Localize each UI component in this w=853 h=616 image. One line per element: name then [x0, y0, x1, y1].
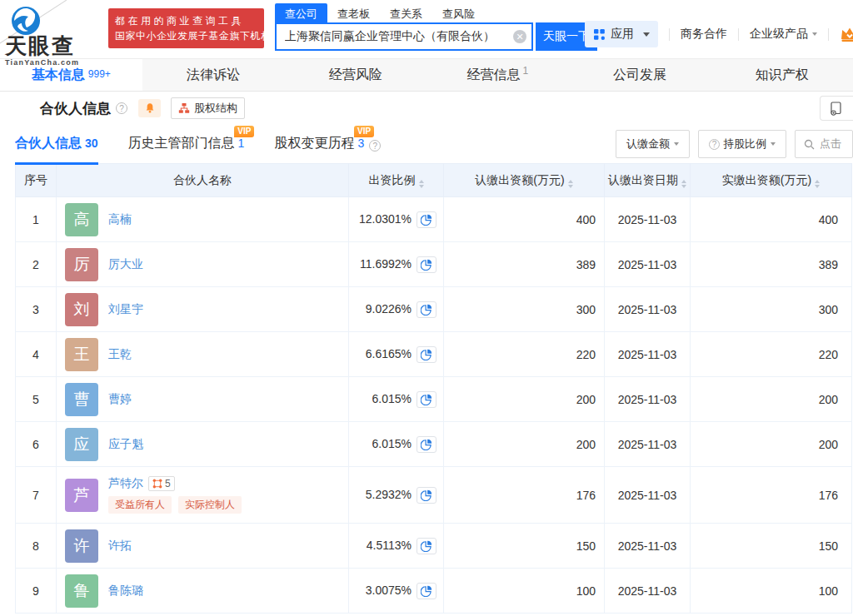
promo-banner: 都在用的商业查询工具 国家中小企业发展子基金旗下机构	[108, 8, 264, 48]
column-label: 出资比例	[369, 173, 416, 186]
ratio-value: 6.015%	[372, 436, 412, 450]
divider	[828, 28, 829, 41]
partner-name-link[interactable]: 刘星宇	[108, 302, 143, 317]
tab-经营风险[interactable]: 经营风险	[284, 59, 426, 91]
help-icon[interactable]	[369, 140, 381, 152]
sort-icon[interactable]	[815, 180, 820, 188]
ratio-value: 5.2932%	[366, 487, 412, 500]
paid-amount-cell: 220	[691, 332, 852, 377]
ratio-pie-button[interactable]	[417, 346, 436, 363]
partners-table: 序号合伙人名称出资比例认缴出资额(万元)认缴出资日期实缴出资额(万元) 1高高楠…	[15, 163, 852, 614]
tab-法律诉讼[interactable]: 法律诉讼	[142, 59, 285, 91]
subscribed-amount-filter[interactable]: 认缴金额	[616, 130, 690, 158]
column-出资比例[interactable]: 出资比例	[349, 164, 444, 197]
table-search-box[interactable]: 点击	[795, 130, 853, 158]
partner-name-cell: 许许拓	[57, 524, 349, 569]
search-tab-查公司[interactable]: 查公司	[275, 3, 327, 22]
subtab-合伙人信息[interactable]: 合伙人信息30	[15, 135, 98, 165]
search-tab-查风险[interactable]: 查风险	[432, 3, 485, 22]
tab-知识产权[interactable]: 知识产权	[711, 59, 853, 91]
column-label: 合伙人名称	[173, 173, 232, 186]
partner-name-link[interactable]: 应子魁	[108, 437, 143, 452]
site-logo[interactable]: 天眼查 TianYanCha.com	[5, 5, 103, 67]
avatar: 鲁	[65, 574, 98, 608]
divider	[669, 28, 670, 41]
avatar: 曹	[65, 383, 98, 416]
subtab-股权变更历程[interactable]: 股权变更历程3VIP	[274, 135, 381, 165]
subscribed-amount-cell: 300	[444, 287, 605, 332]
help-icon[interactable]	[116, 102, 127, 114]
pie-chart-icon	[421, 439, 432, 450]
partner-name-link[interactable]: 厉大业	[108, 257, 143, 272]
ratio-cell: 11.6992%	[349, 242, 444, 287]
partner-name-link[interactable]: 鲁陈璐	[108, 584, 143, 599]
table-search-hint: 点击	[820, 137, 841, 152]
subtab-label: 历史主管部门信息	[128, 135, 235, 152]
vip-crown-icon[interactable]	[840, 25, 853, 43]
ratio-cell: 3.0075%	[349, 569, 444, 614]
enterprise-product-dropdown[interactable]: 企业级产品	[750, 27, 817, 42]
ratio-pie-button[interactable]	[417, 256, 436, 273]
ratio-pie-button[interactable]	[417, 301, 436, 318]
partner-name-link[interactable]: 王乾	[108, 347, 132, 362]
column-认缴出资日期[interactable]: 认缴出资日期	[605, 164, 691, 197]
sort-icon[interactable]	[568, 180, 573, 188]
row-index: 5	[16, 377, 57, 422]
paid-amount-cell: 150	[691, 524, 852, 569]
column-认缴出资额(万元)[interactable]: 认缴出资额(万元)	[444, 164, 605, 197]
paid-amount-cell: 100	[691, 569, 852, 614]
subscribed-date-cell: 2025-11-03	[605, 197, 691, 242]
ratio-pie-button[interactable]	[417, 211, 436, 228]
ratio-value: 6.6165%	[366, 346, 412, 360]
report-button-partial[interactable]	[820, 96, 853, 121]
sort-icon[interactable]	[681, 180, 686, 188]
pie-chart-icon	[421, 585, 432, 597]
tab-label: 经营信息	[467, 67, 521, 84]
help-icon	[709, 139, 720, 150]
partner-name-link[interactable]: 芦特尔	[108, 476, 143, 491]
partner-name-link[interactable]: 曹婷	[108, 392, 132, 407]
relations-count-badge[interactable]: 5	[148, 476, 175, 491]
partner-name-link[interactable]: 许拓	[108, 539, 132, 554]
section-header: 合伙人信息 股权结构	[0, 92, 853, 122]
column-合伙人名称: 合伙人名称	[57, 164, 349, 197]
ratio-pie-button[interactable]	[417, 583, 436, 599]
search-tab-查老板[interactable]: 查老板	[327, 3, 380, 22]
subtab-历史主管部门信息[interactable]: 历史主管部门信息1VIP	[128, 135, 245, 165]
shareholding-ratio-filter[interactable]: 持股比例	[698, 130, 786, 158]
ratio-pie-button[interactable]	[417, 391, 436, 408]
tab-公司发展[interactable]: 公司发展	[569, 59, 711, 91]
apps-dropdown[interactable]: 应用	[585, 21, 658, 47]
chevron-down-icon	[674, 142, 679, 146]
column-label: 认缴出资额(万元)	[475, 173, 564, 186]
ratio-pie-button[interactable]	[417, 487, 436, 504]
business-cooperation-link[interactable]: 商务合作	[681, 27, 727, 42]
table-row: 4王王乾6.6165%2202025-11-03220	[16, 332, 852, 377]
subscribe-bell-button[interactable]	[138, 99, 161, 117]
bell-icon	[144, 102, 156, 114]
row-index: 9	[16, 569, 57, 614]
row-index: 3	[16, 287, 57, 332]
clear-search-icon[interactable]: ✕	[513, 30, 526, 43]
equity-structure-button[interactable]: 股权结构	[171, 97, 245, 119]
subscribed-date-cell: 2025-11-03	[605, 467, 691, 524]
partner-name-link[interactable]: 高楠	[108, 212, 132, 227]
column-实缴出资额(万元)[interactable]: 实缴出资额(万元)	[691, 164, 852, 197]
tab-经营信息[interactable]: 经营信息1	[426, 59, 569, 91]
table-row: 8许许拓4.5113%1502025-11-03150	[16, 524, 852, 569]
subscribed-amount-cell: 176	[444, 467, 605, 524]
ratio-pie-button[interactable]	[417, 436, 436, 453]
search-input[interactable]	[275, 22, 533, 51]
logo-domain-text: TianYanCha.com	[5, 58, 103, 67]
table-row: 5曹曹婷6.015%2002025-11-03200	[16, 377, 852, 422]
table-row: 7芦芦特尔5受益所有人实际控制人5.2932%1762025-11-03176	[16, 467, 852, 524]
sort-icon[interactable]	[419, 180, 424, 188]
paid-amount-cell: 176	[691, 467, 852, 524]
paid-amount-cell: 400	[691, 197, 852, 242]
column-label: 实缴出资额(万元)	[722, 173, 811, 186]
search-tab-查关系[interactable]: 查关系	[380, 3, 432, 22]
ratio-pie-button[interactable]	[417, 538, 436, 554]
search-tabs: 查公司查老板查关系查风险	[275, 3, 597, 22]
table-row: 9鲁鲁陈璐3.0075%1002025-11-03100	[16, 569, 852, 614]
partners-table-body: 1高高楠12.0301%4002025-11-034002厉厉大业11.6992…	[16, 197, 852, 614]
